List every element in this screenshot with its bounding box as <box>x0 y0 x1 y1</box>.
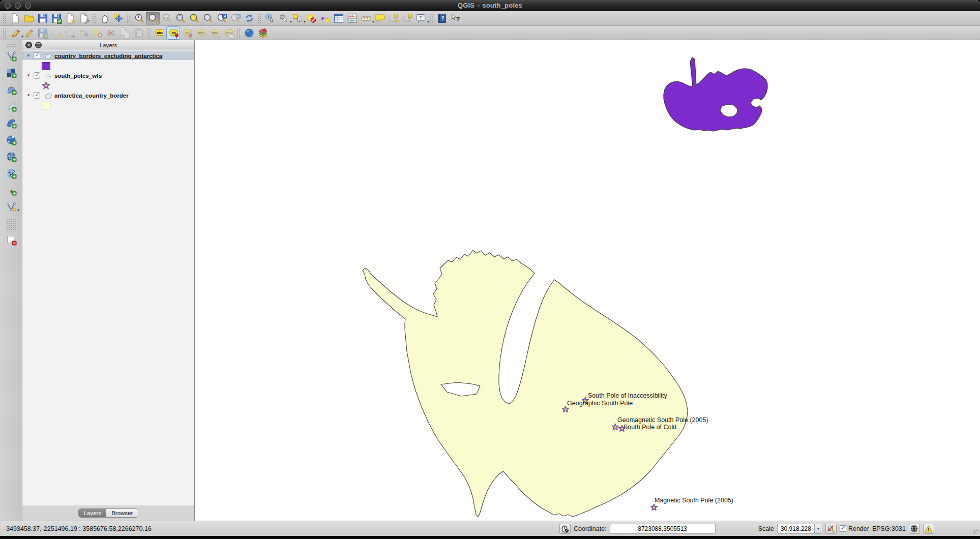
show-hide-labels-button: abc <box>194 26 207 40</box>
add-mssql-layer-icon <box>6 117 17 129</box>
add-mssql-layer-button[interactable] <box>4 116 18 130</box>
panel-tab-browser[interactable]: Browser <box>106 509 138 517</box>
expand-triangle-icon[interactable]: ▼ <box>25 93 32 98</box>
zoom-actual-size-button: 1:1 <box>160 12 173 25</box>
map-canvas[interactable]: South Pole of InaccessibilityGeographic … <box>195 40 980 521</box>
zoom-full-extent-button[interactable] <box>173 12 187 25</box>
statistical-summary-button[interactable] <box>345 12 359 25</box>
coordinate-capture-plugin-button[interactable] <box>242 26 256 40</box>
select-features-button[interactable]: ▾ <box>290 12 304 25</box>
open-project-button[interactable] <box>22 12 36 25</box>
remove-layer-button[interactable] <box>4 233 18 247</box>
add-delimited-text-layer-button[interactable]: , <box>4 184 18 197</box>
layers-panel: ✕ ❐ Layers ▼country_borders_excluding_an… <box>22 40 195 521</box>
toggle-editing-button[interactable] <box>22 26 36 40</box>
deselect-features-button[interactable] <box>304 12 318 25</box>
layer-labeling-options-button[interactable]: abc <box>153 26 166 40</box>
toolbar-handle <box>3 13 7 23</box>
expand-triangle-icon[interactable]: ▼ <box>25 53 32 58</box>
text-annotation-button[interactable]: T▾ <box>414 12 428 25</box>
layers-panel-title: Layers <box>22 42 194 48</box>
svg-text:abc: abc <box>157 31 163 34</box>
new-project-button[interactable] <box>8 12 22 25</box>
layer-visibility-checkbox[interactable] <box>34 92 40 99</box>
map-refresh-button[interactable] <box>242 12 256 25</box>
composer-manager-icon <box>78 13 90 24</box>
layer-row-antarctica_country_border[interactable]: ▼antarctica_country_border <box>22 91 194 100</box>
new-shapefile-layer-button[interactable]: ▾ <box>4 200 18 214</box>
zoom-out-button[interactable]: − <box>146 12 160 25</box>
whats-this-icon: ? <box>450 13 461 24</box>
svg-text:−: − <box>151 14 154 20</box>
resize-grip[interactable] <box>973 529 979 535</box>
new-bookmark-button[interactable] <box>387 12 400 25</box>
save-project-as-button[interactable] <box>49 12 63 25</box>
measure-icon <box>361 13 372 24</box>
render-checkbox[interactable] <box>840 525 846 532</box>
magnifier-lock-button[interactable] <box>825 524 837 534</box>
pan-map-icon <box>99 13 110 24</box>
identify-features-button[interactable]: i <box>263 12 277 25</box>
deselect-features-icon <box>306 13 317 24</box>
coordinate-input[interactable] <box>610 524 716 534</box>
add-raster-layer-button[interactable] <box>4 66 18 79</box>
map-label: South Pole of Inaccessibility <box>588 392 667 399</box>
pan-map-button[interactable] <box>98 12 111 25</box>
add-wfs-layer-button[interactable] <box>4 167 18 180</box>
zoom-in-button[interactable]: + <box>132 12 146 25</box>
composer-manager-button[interactable] <box>77 12 91 25</box>
help-contents-button[interactable]: ? <box>435 12 449 25</box>
mouse-position-toggle-button[interactable] <box>559 524 571 534</box>
zoom-in-icon: + <box>134 13 145 24</box>
add-spatialite-layer-button[interactable] <box>4 100 18 113</box>
map-label: Magnetic South Pole (2005) <box>655 497 733 504</box>
text-annotation-icon: T <box>415 13 427 24</box>
move-feature-button <box>63 26 77 40</box>
layers-plugin-button[interactable] <box>256 26 270 40</box>
add-raster-layer-icon <box>6 67 17 78</box>
pin-unpin-labels-button: ab <box>180 26 194 40</box>
render-toggle[interactable]: Render <box>840 525 869 532</box>
whats-this-button[interactable]: ? <box>449 12 462 25</box>
show-hide-labels-icon: abc <box>195 27 206 39</box>
current-edits-button[interactable]: ▾ <box>8 26 22 40</box>
run-feature-action-icon <box>278 13 289 24</box>
svg-text:abc: abc <box>198 31 204 34</box>
zoom-to-selection-button[interactable] <box>187 12 201 25</box>
zoom-to-layer-button[interactable] <box>201 12 215 25</box>
add-wcs-layer-button[interactable] <box>4 150 18 163</box>
scale-dropdown-icon[interactable]: ▼ <box>814 524 822 534</box>
layer-row-country_borders_excluding_antarctica[interactable]: ▼country_borders_excluding_antarctica <box>22 51 194 60</box>
show-bookmarks-button[interactable] <box>400 12 414 25</box>
scale-combobox[interactable]: 30,918,228 ▼ <box>777 524 822 534</box>
save-project-button[interactable] <box>36 12 49 25</box>
layer-visibility-checkbox[interactable] <box>34 52 40 59</box>
run-feature-action-button[interactable]: ▾ <box>277 12 290 25</box>
new-shapefile-layer-dropdown-icon[interactable]: ▾ <box>16 208 21 213</box>
open-project-icon <box>23 13 35 24</box>
add-wms-layer-button[interactable] <box>4 133 18 146</box>
save-layer-edits-icon <box>37 27 48 39</box>
expand-triangle-icon[interactable]: ▼ <box>25 73 32 78</box>
polygon-layer-icon <box>44 92 52 99</box>
add-postgis-layer-icon <box>6 84 17 95</box>
layer-visibility-checkbox[interactable] <box>34 72 40 79</box>
select-by-expression-button[interactable]: ε <box>318 12 332 25</box>
open-attribute-table-button[interactable] <box>332 12 345 25</box>
add-vector-layer-button[interactable] <box>4 49 18 63</box>
log-messages-button[interactable] <box>923 524 934 534</box>
measure-button[interactable]: ▾ <box>359 12 373 25</box>
panel-tab-layers[interactable]: Layers <box>79 509 107 517</box>
move-label-button[interactable]: ab <box>166 26 180 40</box>
layer-row-south_poles_wfs[interactable]: ▼south_poles_wfs <box>22 71 194 80</box>
map-tips-button[interactable] <box>373 12 387 25</box>
crs-status-label: EPSG:3031 <box>872 525 906 532</box>
toolbar-handle <box>6 218 16 231</box>
digitizing-label-toolbar: ▾abcabababcabcabc <box>0 26 980 40</box>
new-print-composer-button[interactable] <box>63 12 77 25</box>
add-postgis-layer-button[interactable] <box>4 83 18 96</box>
pan-to-selection-button[interactable] <box>111 12 125 25</box>
crs-status-button[interactable] <box>909 524 920 534</box>
zoom-last-button[interactable] <box>215 12 228 25</box>
move-feature-icon <box>65 27 76 39</box>
